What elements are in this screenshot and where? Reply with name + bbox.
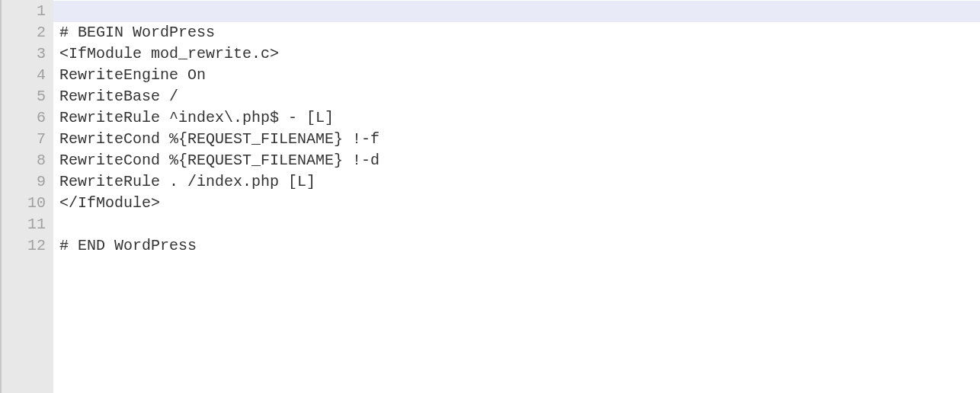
code-line[interactable] [53, 214, 980, 235]
line-number: 12 [2, 235, 53, 257]
code-line[interactable]: RewriteEngine On [53, 65, 980, 86]
code-line[interactable]: RewriteRule ^index\.php$ - [L] [53, 107, 980, 129]
line-number: 1 [2, 1, 53, 22]
code-editor[interactable]: 1 2 3 4 5 6 7 8 9 10 11 12 # BEGIN WordP… [2, 0, 980, 393]
code-line[interactable] [53, 1, 980, 22]
line-number: 3 [2, 43, 53, 65]
line-number-gutter: 1 2 3 4 5 6 7 8 9 10 11 12 [2, 0, 53, 393]
code-line[interactable]: </IfModule> [53, 193, 980, 214]
line-number: 8 [2, 150, 53, 171]
code-line[interactable]: RewriteCond %{REQUEST_FILENAME} !-d [53, 150, 980, 171]
line-number: 6 [2, 107, 53, 129]
line-number: 5 [2, 86, 53, 107]
line-number: 9 [2, 171, 53, 193]
line-number: 2 [2, 22, 53, 43]
code-line[interactable]: RewriteBase / [53, 86, 980, 107]
code-line[interactable]: RewriteRule . /index.php [L] [53, 171, 980, 193]
code-line[interactable]: # BEGIN WordPress [53, 22, 980, 43]
code-line[interactable]: <IfModule mod_rewrite.c> [53, 43, 980, 65]
line-number: 4 [2, 65, 53, 86]
line-number: 7 [2, 129, 53, 150]
code-line[interactable]: # END WordPress [53, 235, 980, 257]
line-number: 11 [2, 214, 53, 235]
code-line[interactable]: RewriteCond %{REQUEST_FILENAME} !-f [53, 129, 980, 150]
line-number: 10 [2, 193, 53, 214]
code-content[interactable]: # BEGIN WordPress <IfModule mod_rewrite.… [53, 0, 980, 393]
